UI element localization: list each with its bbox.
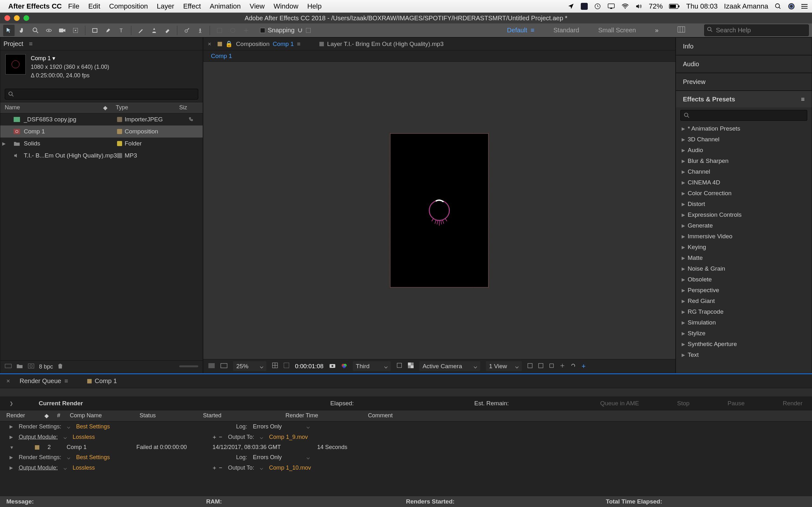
effects-category[interactable]: ▶RG Trapcode	[676, 306, 812, 317]
pause-button[interactable]: Pause	[728, 400, 745, 407]
workspace-standard[interactable]: Standard	[554, 26, 579, 34]
effects-category[interactable]: ▶Stylize	[676, 328, 812, 339]
panel-menu-icon[interactable]: ≡	[64, 377, 68, 385]
effects-category[interactable]: ▶Red Giant	[676, 296, 812, 306]
effects-search-input[interactable]	[680, 110, 807, 121]
grid-icon[interactable]	[272, 362, 278, 370]
effects-category[interactable]: ▶Text	[676, 349, 812, 360]
add-icon[interactable]: +	[581, 362, 586, 371]
effects-category[interactable]: ▶Generate	[676, 220, 812, 231]
snapping-toggle[interactable]: Snapping	[260, 26, 311, 34]
clock-text[interactable]: Thu 08:03	[686, 2, 717, 10]
puppet-tool-icon[interactable]	[194, 25, 206, 36]
zoom-dropdown[interactable]: 25%⌵	[233, 361, 266, 371]
camera-tool-icon[interactable]	[56, 25, 68, 36]
disclosure-icon[interactable]: ▶	[9, 435, 13, 440]
preview-panel-tab[interactable]: Preview	[676, 73, 812, 91]
viewer-tab-comp[interactable]: 🔒 Composition Comp 1 ≡	[217, 40, 300, 48]
view-options-icon[interactable]	[527, 363, 532, 370]
selection-tool-icon[interactable]	[3, 25, 14, 36]
hand-tool-icon[interactable]	[16, 25, 28, 36]
clone-stamp-tool-icon[interactable]	[148, 25, 160, 36]
views-dropdown[interactable]: 1 View⌵	[486, 361, 522, 371]
bpc-label[interactable]: 8 bpc	[39, 363, 53, 370]
camera-dropdown[interactable]: Active Camera⌵	[419, 361, 480, 371]
roi-icon[interactable]	[397, 362, 402, 370]
search-slider[interactable]	[179, 363, 198, 370]
disclosure-open-icon[interactable]: ▼	[9, 445, 22, 450]
siri-icon[interactable]	[788, 3, 795, 10]
workspace-small-screen[interactable]: Small Screen	[598, 26, 636, 34]
menu-window[interactable]: Window	[273, 2, 298, 10]
trash-icon[interactable]	[57, 363, 63, 371]
transparency-grid-icon[interactable]	[408, 362, 414, 370]
add-output-icon[interactable]: ＋ −	[212, 433, 222, 441]
battery-icon[interactable]	[669, 3, 680, 9]
comp-thumbnail[interactable]	[5, 54, 26, 74]
panel-menu-icon[interactable]: ≡	[297, 41, 300, 48]
guides-icon[interactable]	[284, 362, 289, 370]
viewer-tab-layer[interactable]: Layer T.I.- Bring Em Out (High Quality).…	[319, 41, 444, 48]
minimize-window-button[interactable]	[14, 15, 20, 21]
clock-icon[interactable]	[594, 3, 601, 10]
viewer-breadcrumb[interactable]: Comp 1	[203, 50, 675, 62]
effects-category[interactable]: ▶Immersive Video	[676, 231, 812, 242]
app-indicator-icon[interactable]	[581, 3, 588, 10]
menu-composition[interactable]: Composition	[109, 2, 148, 10]
menu-layer[interactable]: Layer	[157, 2, 174, 10]
pan-behind-tool-icon[interactable]	[70, 25, 81, 36]
snapshot-icon[interactable]	[329, 363, 336, 370]
label-swatch[interactable]	[117, 153, 122, 158]
search-help-input[interactable]: Search Help	[704, 24, 809, 36]
channel-icon[interactable]	[341, 362, 347, 370]
disclosure-icon[interactable]: ▶	[9, 465, 13, 470]
lock-icon[interactable]: 🔒	[225, 40, 233, 48]
maximize-window-button[interactable]	[23, 15, 29, 21]
menu-animation[interactable]: Animation	[210, 2, 241, 10]
label-swatch[interactable]	[117, 117, 122, 122]
disclosure-icon[interactable]: ▶	[9, 424, 13, 429]
timeline-comp-tab[interactable]: Comp 1	[87, 377, 117, 385]
project-row[interactable]: T.I.- B...Em Out (High Quality).mp3MP3	[0, 150, 203, 162]
workspace-default[interactable]: Default ≡	[507, 26, 535, 34]
project-column-headers[interactable]: Name ◆ Type Siz	[0, 102, 203, 113]
project-search-input[interactable]	[5, 89, 198, 100]
notification-center-icon[interactable]	[801, 3, 808, 9]
project-row[interactable]: Comp 1Composition	[0, 125, 203, 137]
label-swatch[interactable]	[117, 141, 122, 146]
resolution-dropdown[interactable]: Third⌵	[353, 361, 391, 371]
timeline-icon[interactable]	[560, 363, 565, 370]
project-row[interactable]: _DSF6853 copy.jpgImporterJPEG	[0, 113, 203, 125]
effects-category[interactable]: ▶* Animation Presets	[676, 123, 812, 134]
header-label-icon[interactable]: ◆	[103, 104, 116, 111]
effects-category[interactable]: ▶Obsolete	[676, 274, 812, 285]
rectangle-tool-icon[interactable]	[89, 25, 101, 36]
refresh-icon[interactable]	[571, 363, 576, 370]
header-type[interactable]: Type	[116, 104, 179, 111]
label-swatch[interactable]	[35, 445, 39, 450]
output-to-link[interactable]: Comp 1_9.mov	[269, 434, 308, 441]
spotlight-icon[interactable]	[774, 3, 781, 10]
user-name[interactable]: Izaak Amanna	[724, 2, 768, 10]
header-size[interactable]: Siz	[179, 104, 198, 111]
airplay-icon[interactable]	[607, 3, 615, 9]
snapping-checkbox[interactable]	[260, 28, 265, 33]
brush-tool-icon[interactable]	[135, 25, 147, 36]
effects-category[interactable]: ▶3D Channel	[676, 134, 812, 145]
effects-category[interactable]: ▶Blur & Sharpen	[676, 156, 812, 166]
effects-category[interactable]: ▶Keying	[676, 242, 812, 252]
effects-category[interactable]: ▶Perspective	[676, 285, 812, 296]
output-module-link[interactable]: Lossless	[72, 434, 95, 441]
label-col-icon[interactable]: ◆	[44, 412, 57, 419]
volume-icon[interactable]	[635, 3, 642, 9]
effects-category[interactable]: ▶CINEMA 4D	[676, 177, 812, 188]
menu-effect[interactable]: Effect	[183, 2, 201, 10]
toggle-transparency-icon[interactable]	[208, 363, 215, 370]
audio-panel-tab[interactable]: Audio	[676, 55, 812, 73]
pixel-aspect-icon[interactable]	[538, 363, 543, 370]
roto-brush-tool-icon[interactable]	[181, 25, 193, 36]
interpret-footage-icon[interactable]	[5, 363, 12, 371]
effects-category[interactable]: ▶Distort	[676, 199, 812, 210]
render-queue-tab[interactable]: Render Queue ≡	[20, 377, 68, 385]
effects-category[interactable]: ▶Expression Controls	[676, 210, 812, 220]
